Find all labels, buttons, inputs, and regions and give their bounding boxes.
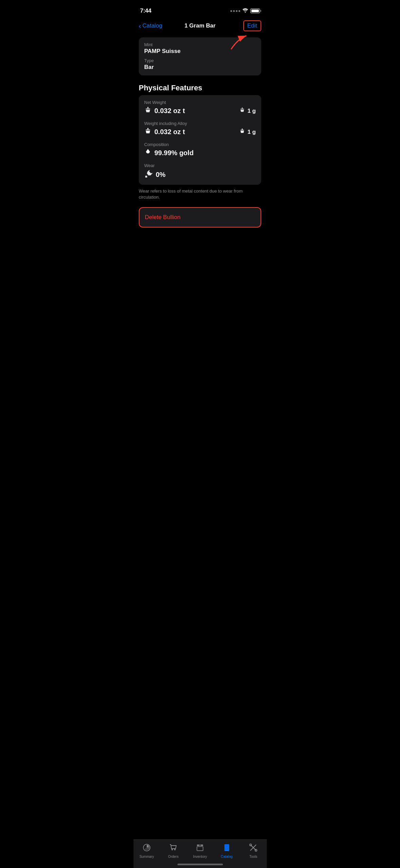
type-label: Type (144, 58, 256, 63)
wifi-icon (242, 8, 248, 14)
weight-alloy-row: Weight including Alloy 0.032 oz t (144, 121, 256, 137)
weight-alloy-secondary: 1 g (239, 128, 256, 136)
physical-features-heading: Physical Features (133, 78, 267, 95)
status-icons (230, 8, 260, 14)
mint-value: PAMP Suisse (144, 48, 256, 55)
back-label: Catalog (142, 22, 163, 29)
signal-icon (230, 10, 240, 12)
weight-icon-filled (144, 127, 152, 137)
composition-row: Composition 99.99% gold (144, 142, 256, 158)
weight-alloy-primary: 0.032 oz t (144, 127, 185, 137)
net-weight-secondary: 1 g (239, 107, 256, 115)
wear-note: Wear refers to loss of metal content due… (133, 185, 267, 200)
physical-features-card: Net Weight 0.032 oz t (139, 95, 261, 185)
mint-label: Mint (144, 42, 256, 47)
composition-label: Composition (144, 142, 256, 147)
weight-alloy-values: 0.032 oz t 1 g (144, 127, 256, 137)
type-value: Bar (144, 64, 256, 71)
nav-bar: ‹ Catalog 1 Gram Bar Edit (133, 17, 267, 35)
weight-icon-filled-sm (239, 128, 245, 136)
wear-label: Wear (144, 163, 256, 168)
edit-button[interactable]: Edit (243, 20, 261, 31)
svg-point-0 (245, 12, 246, 13)
scale-icon-secondary (239, 107, 245, 115)
scale-icon-primary (144, 106, 152, 115)
weight-alloy-label: Weight including Alloy (144, 121, 256, 126)
mint-field: Mint PAMP Suisse (144, 42, 256, 55)
composition-value: 99.99% gold (144, 148, 256, 158)
delete-bullion-button[interactable]: Delete Bullion (139, 207, 261, 228)
status-bar: 7:44 (133, 0, 267, 17)
chevron-left-icon: ‹ (139, 22, 141, 29)
back-button[interactable]: ‹ Catalog (139, 22, 162, 29)
net-weight-values: 0.032 oz t 1 g (144, 106, 256, 115)
mint-card: Mint PAMP Suisse Type Bar (139, 37, 261, 75)
drop-icon (144, 148, 152, 158)
wear-value: 0% (144, 169, 256, 180)
net-weight-row: Net Weight 0.032 oz t (144, 100, 256, 115)
page-title: 1 Gram Bar (185, 22, 216, 29)
delete-bullion-label: Delete Bullion (145, 214, 180, 221)
net-weight-label: Net Weight (144, 100, 256, 105)
type-field: Type Bar (144, 58, 256, 71)
wear-row: Wear 0% (144, 163, 256, 180)
status-time: 7:44 (140, 7, 151, 14)
net-weight-primary: 0.032 oz t (144, 106, 185, 115)
battery-icon (250, 8, 260, 13)
hammer-icon (144, 169, 153, 180)
